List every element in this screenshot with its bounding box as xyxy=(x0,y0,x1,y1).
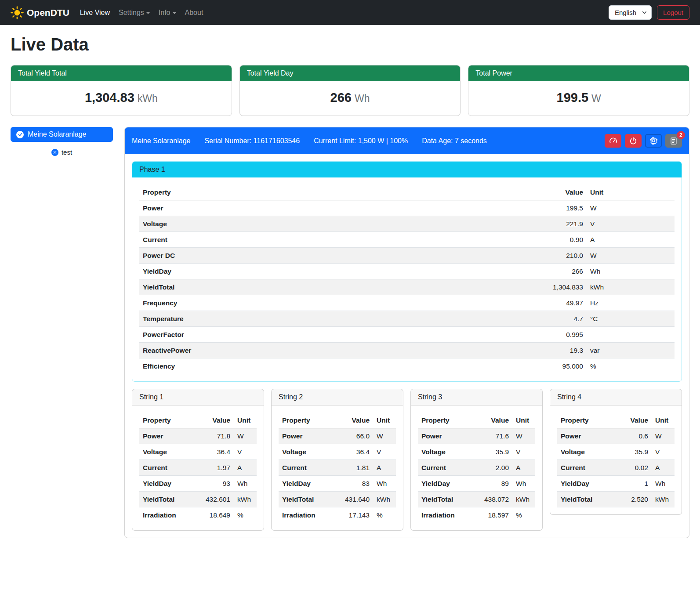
unit-cell: W xyxy=(234,428,257,444)
check-circle-icon xyxy=(16,131,24,138)
value-cell: 4.7 xyxy=(538,311,587,327)
sidebar-item-active-inverter[interactable]: Meine Solaranlage xyxy=(11,127,113,142)
sidebar-item-label: Meine Solaranlage xyxy=(28,130,86,138)
value-cell: 17.143 xyxy=(339,507,373,523)
property-cell: Current xyxy=(139,460,199,476)
property-cell: Voltage xyxy=(139,216,538,232)
summary-unit: kWh xyxy=(138,93,158,104)
table-header-row: Property Value Unit xyxy=(139,412,257,428)
column-header-unit: Unit xyxy=(587,185,675,200)
column-header-value: Value xyxy=(617,412,652,428)
property-cell: Current xyxy=(557,460,617,476)
property-cell: YieldTotal xyxy=(139,279,538,295)
table-row: YieldDay 93 Wh xyxy=(139,476,257,492)
property-cell: YieldDay xyxy=(279,476,339,492)
summary-card-body: 1,304.83kWh xyxy=(11,81,232,116)
column-header-value: Value xyxy=(199,412,234,428)
string-card-title: String 3 xyxy=(411,389,542,405)
property-cell: Voltage xyxy=(557,444,617,460)
inverter-actions: 2 xyxy=(605,134,682,148)
unit-cell: kWh xyxy=(512,492,535,507)
string-card-4: String 4 Property Value Unit xyxy=(550,389,682,515)
language-select[interactable]: English xyxy=(609,5,652,20)
table-row: YieldDay 266 Wh xyxy=(139,264,675,279)
summary-value: 266 xyxy=(330,90,352,105)
device-info-button[interactable] xyxy=(645,134,662,148)
property-cell: Current xyxy=(418,460,478,476)
summary-unit: Wh xyxy=(355,93,370,104)
string-card-1: String 1 Property Value Unit xyxy=(132,389,264,531)
table-header-row: Property Value Unit xyxy=(418,412,535,428)
table-row: YieldTotal 432.601 kWh xyxy=(139,492,257,507)
property-cell: Frequency xyxy=(139,295,538,311)
inverter-data-age: Data Age: 7 seconds xyxy=(422,137,487,145)
table-row: Power 0.6 W xyxy=(557,428,675,444)
value-cell: 431.640 xyxy=(339,492,373,507)
unit-cell: kWh xyxy=(587,279,675,295)
unit-cell: % xyxy=(512,507,535,523)
unit-cell: Wh xyxy=(512,476,535,492)
table-row: Power 71.6 W xyxy=(418,428,535,444)
unit-cell: kWh xyxy=(373,492,396,507)
table-row: Frequency 49.97 Hz xyxy=(139,295,675,311)
brand-link[interactable]: OpenDTU xyxy=(11,6,69,19)
property-cell: Power xyxy=(139,200,538,216)
sidebar-item-label: test xyxy=(62,148,72,156)
value-cell: 1 xyxy=(617,476,652,492)
value-cell: 36.4 xyxy=(199,444,234,460)
unit-cell: W xyxy=(587,248,675,264)
unit-cell: W xyxy=(587,200,675,216)
property-cell: YieldTotal xyxy=(557,492,617,507)
property-cell: Power xyxy=(557,428,617,444)
nav-info[interactable]: Info xyxy=(154,5,181,20)
cpu-icon xyxy=(649,137,658,145)
value-cell: 0.90 xyxy=(538,232,587,248)
unit-cell: var xyxy=(587,343,675,358)
summary-card-title: Total Yield Day xyxy=(240,65,461,81)
nav-live-view[interactable]: Live View xyxy=(76,5,114,20)
inverter-serial: Serial Number: 116171603546 xyxy=(204,137,300,145)
unit-cell: % xyxy=(234,507,257,523)
sidebar-item-test-inverter[interactable]: test xyxy=(11,148,113,156)
unit-cell: V xyxy=(234,444,257,460)
table-row: Voltage 35.9 V xyxy=(418,444,535,460)
summary-card-title: Total Power xyxy=(468,65,689,81)
value-cell: 71.6 xyxy=(478,428,512,444)
event-log-button[interactable]: 2 xyxy=(665,134,682,148)
unit-cell: A xyxy=(587,232,675,248)
power-button[interactable] xyxy=(625,134,642,148)
top-navbar: OpenDTU Live View Settings Info About En… xyxy=(0,0,700,25)
table-row: YieldTotal 431.640 kWh xyxy=(279,492,396,507)
logout-button[interactable]: Logout xyxy=(657,5,689,20)
property-cell: Voltage xyxy=(139,444,199,460)
summary-card: Total Power 199.5W xyxy=(468,65,689,116)
value-cell: 66.0 xyxy=(339,428,373,444)
table-row: Current 0.02 A xyxy=(557,460,675,476)
table-row: YieldDay 83 Wh xyxy=(279,476,396,492)
value-cell: 35.9 xyxy=(617,444,652,460)
table-row: Temperature 4.7 °C xyxy=(139,311,675,327)
chevron-down-icon xyxy=(173,12,176,14)
unit-cell: V xyxy=(373,444,396,460)
limit-button[interactable] xyxy=(605,134,621,148)
table-row: Power 66.0 W xyxy=(279,428,396,444)
navbar-right: English Logout xyxy=(609,5,689,20)
string-table: Property Value Unit Power xyxy=(279,412,396,523)
value-cell: 19.3 xyxy=(538,343,587,358)
column-header-property: Property xyxy=(418,412,478,428)
unit-cell: % xyxy=(373,507,396,523)
value-cell: 0.6 xyxy=(617,428,652,444)
unit-cell: V xyxy=(587,216,675,232)
value-cell: 2.520 xyxy=(617,492,652,507)
column-header-value: Value xyxy=(339,412,373,428)
property-cell: Voltage xyxy=(418,444,478,460)
nav-about[interactable]: About xyxy=(181,5,208,20)
table-header-row: Property Value Unit xyxy=(557,412,675,428)
value-cell: 1.81 xyxy=(339,460,373,476)
nav-settings[interactable]: Settings xyxy=(114,5,154,20)
inverter-card-header: Meine Solaranlage Serial Number: 1161716… xyxy=(125,127,689,154)
value-cell: 1.97 xyxy=(199,460,234,476)
property-cell: Irradiation xyxy=(418,507,478,523)
table-row: Voltage 36.4 V xyxy=(279,444,396,460)
property-cell: ReactivePower xyxy=(139,343,538,358)
